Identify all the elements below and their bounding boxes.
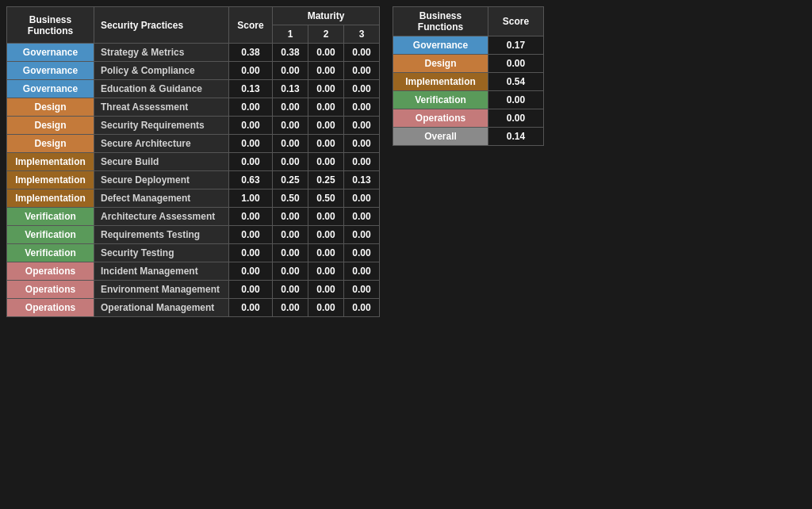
- score-cell: 0.00: [229, 262, 273, 281]
- table-row: GovernanceStrategy & Metrics0.380.380.00…: [7, 44, 380, 62]
- security-practice-cell: Security Testing: [94, 244, 229, 262]
- business-function-cell: Operations: [7, 281, 94, 299]
- maturity-cell: 0.00: [308, 44, 344, 62]
- security-practice-cell: Threat Assessment: [94, 98, 229, 117]
- maturity-cell: 0.00: [308, 135, 344, 153]
- security-practice-cell: Requirements Testing: [94, 226, 229, 244]
- summary-function-cell: Overall: [393, 128, 488, 146]
- score-cell: 0.00: [229, 153, 273, 171]
- business-function-cell: Operations: [7, 299, 94, 317]
- summary-row: Operations0.00: [393, 109, 544, 128]
- maturity-cell: 0.00: [344, 135, 380, 153]
- maturity-cell: 0.00: [273, 226, 308, 244]
- security-practice-cell: Operational Management: [94, 299, 229, 317]
- maturity-cell: 0.00: [344, 226, 380, 244]
- maturity-cell: 0.00: [308, 281, 344, 299]
- score-cell: 0.00: [229, 98, 273, 117]
- business-function-cell: Implementation: [7, 189, 94, 208]
- summary-row: Implementation0.54: [393, 73, 544, 91]
- maturity-cell: 0.00: [273, 244, 308, 262]
- maturity-cell: 0.00: [308, 153, 344, 171]
- security-practice-cell: Defect Management: [94, 189, 229, 208]
- table-row: GovernanceEducation & Guidance0.130.130.…: [7, 80, 380, 98]
- maturity-cell: 0.00: [273, 153, 308, 171]
- business-function-cell: Governance: [7, 44, 94, 62]
- table-row: DesignSecure Architecture0.000.000.000.0…: [7, 135, 380, 153]
- main-table-container: Business Functions Security Practices Sc…: [6, 6, 380, 317]
- maturity-cell: 0.25: [273, 171, 308, 189]
- maturity-cell: 0.00: [273, 135, 308, 153]
- table-row: OperationsEnvironment Management0.000.00…: [7, 281, 380, 299]
- summary-function-cell: Governance: [393, 36, 488, 55]
- maturity-cell: 0.00: [273, 281, 308, 299]
- security-practice-cell: Policy & Compliance: [94, 62, 229, 80]
- business-function-cell: Governance: [7, 80, 94, 98]
- maturity-cell: 0.25: [308, 171, 344, 189]
- header-mat3: 3: [344, 25, 380, 44]
- maturity-cell: 0.00: [344, 189, 380, 208]
- score-cell: 0.00: [229, 135, 273, 153]
- business-function-cell: Implementation: [7, 171, 94, 189]
- header-mat2: 2: [308, 25, 344, 44]
- score-cell: 0.00: [229, 62, 273, 80]
- score-cell: 0.00: [229, 208, 273, 226]
- summary-table-container: Business Functions Score Governance0.17D…: [393, 6, 544, 146]
- score-cell: 0.00: [229, 299, 273, 317]
- summary-function-cell: Operations: [393, 109, 488, 128]
- maturity-cell: 0.50: [308, 189, 344, 208]
- score-cell: 0.00: [229, 244, 273, 262]
- table-row: VerificationSecurity Testing0.000.000.00…: [7, 244, 380, 262]
- business-function-cell: Implementation: [7, 153, 94, 171]
- maturity-cell: 0.00: [344, 98, 380, 117]
- business-function-cell: Verification: [7, 244, 94, 262]
- table-row: OperationsIncident Management0.000.000.0…: [7, 262, 380, 281]
- security-practice-cell: Secure Deployment: [94, 171, 229, 189]
- maturity-cell: 0.00: [273, 299, 308, 317]
- summary-table: Business Functions Score Governance0.17D…: [393, 6, 544, 146]
- main-table: Business Functions Security Practices Sc…: [6, 6, 380, 317]
- security-practice-cell: Strategy & Metrics: [94, 44, 229, 62]
- maturity-cell: 0.00: [308, 299, 344, 317]
- maturity-cell: 0.00: [308, 62, 344, 80]
- table-row: VerificationRequirements Testing0.000.00…: [7, 226, 380, 244]
- maturity-cell: 0.00: [344, 80, 380, 98]
- score-cell: 0.00: [229, 226, 273, 244]
- security-practice-cell: Education & Guidance: [94, 80, 229, 98]
- maturity-cell: 0.50: [273, 189, 308, 208]
- security-practice-cell: Environment Management: [94, 281, 229, 299]
- maturity-cell: 0.00: [344, 153, 380, 171]
- business-function-cell: Design: [7, 98, 94, 117]
- maturity-cell: 0.00: [273, 208, 308, 226]
- header-maturity: Maturity: [273, 7, 380, 25]
- summary-row: Verification0.00: [393, 91, 544, 109]
- business-function-cell: Design: [7, 117, 94, 135]
- score-cell: 1.00: [229, 189, 273, 208]
- maturity-cell: 0.13: [273, 80, 308, 98]
- summary-score-cell: 0.14: [488, 128, 544, 146]
- table-row: ImplementationSecure Deployment0.630.250…: [7, 171, 380, 189]
- summary-function-cell: Design: [393, 55, 488, 73]
- maturity-cell: 0.00: [308, 262, 344, 281]
- security-practice-cell: Secure Architecture: [94, 135, 229, 153]
- maturity-cell: 0.00: [273, 98, 308, 117]
- maturity-cell: 0.00: [344, 208, 380, 226]
- business-function-cell: Operations: [7, 262, 94, 281]
- summary-header-business: Business Functions: [393, 7, 488, 36]
- summary-row: Design0.00: [393, 55, 544, 73]
- summary-score-cell: 0.00: [488, 91, 544, 109]
- score-cell: 0.13: [229, 80, 273, 98]
- business-function-cell: Verification: [7, 208, 94, 226]
- summary-score-cell: 0.00: [488, 109, 544, 128]
- maturity-cell: 0.00: [273, 117, 308, 135]
- maturity-cell: 0.00: [273, 62, 308, 80]
- summary-row: Overall0.14: [393, 128, 544, 146]
- summary-score-cell: 0.54: [488, 73, 544, 91]
- maturity-cell: 0.00: [308, 208, 344, 226]
- maturity-cell: 0.00: [308, 244, 344, 262]
- table-row: DesignSecurity Requirements0.000.000.000…: [7, 117, 380, 135]
- summary-function-cell: Verification: [393, 91, 488, 109]
- table-row: ImplementationSecure Build0.000.000.000.…: [7, 153, 380, 171]
- summary-score-cell: 0.00: [488, 55, 544, 73]
- maturity-cell: 0.00: [344, 117, 380, 135]
- maturity-cell: 0.00: [308, 80, 344, 98]
